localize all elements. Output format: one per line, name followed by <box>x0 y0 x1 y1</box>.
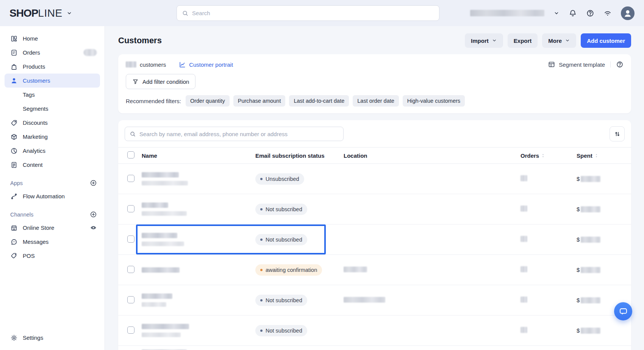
global-search[interactable] <box>177 5 439 21</box>
table-row[interactable]: Not subscribed$ <box>118 224 631 255</box>
wifi-icon[interactable] <box>603 9 612 17</box>
sidebar-item-home[interactable]: Home <box>5 31 100 46</box>
more-button[interactable]: More <box>542 33 576 48</box>
eye-icon[interactable] <box>90 224 97 231</box>
avatar[interactable] <box>621 6 635 20</box>
column-header-spent[interactable]: Spent <box>577 152 622 159</box>
table-search-input[interactable] <box>139 131 339 137</box>
sidebar-item-settings[interactable]: Settings <box>5 331 100 345</box>
sidebar-section-label: Apps <box>10 180 23 186</box>
row-checkbox[interactable] <box>127 266 134 273</box>
table-search[interactable] <box>125 127 344 141</box>
row-checkbox[interactable] <box>127 235 134 243</box>
sidebar-item-label: Home <box>23 35 38 42</box>
divider <box>610 61 611 67</box>
products-icon <box>10 63 18 71</box>
sidebar-item-segments[interactable]: Segments <box>5 102 100 116</box>
sidebar: HomeOrdersProductsCustomersTagsSegmentsD… <box>0 26 105 350</box>
store-name-blurred <box>470 10 544 16</box>
email-subscription-status-badge: awaiting confirmation <box>255 264 322 276</box>
row-checkbox[interactable] <box>127 296 134 303</box>
sort-carets-icon[interactable] <box>594 153 599 158</box>
customers-count-blurred <box>126 61 136 67</box>
chat-icon <box>619 307 628 316</box>
brand-text: SHOPLINE <box>9 7 63 19</box>
customers-count: customers <box>126 61 166 68</box>
sidebar-item-online-store[interactable]: Online Store <box>5 221 100 235</box>
segment-help-icon[interactable] <box>616 61 624 68</box>
store-chevron-down-icon[interactable] <box>553 10 560 16</box>
column-header-orders[interactable]: Orders <box>521 152 577 159</box>
sidebar-item-customers[interactable]: Customers <box>5 74 100 88</box>
spent-currency: $ <box>577 327 580 334</box>
filter-chip-order-quantity[interactable]: Order quantity <box>186 95 230 107</box>
sidebar-item-orders[interactable]: Orders <box>5 46 100 60</box>
customer-name-blurred <box>142 346 255 350</box>
row-checkbox[interactable] <box>127 175 134 182</box>
customer-name-blurred <box>142 202 255 216</box>
row-checkbox[interactable] <box>127 205 134 212</box>
add-channels-button[interactable] <box>90 211 97 218</box>
filter-chip-purchase-amount[interactable]: Purchase amount <box>233 95 286 107</box>
table-row[interactable] <box>118 346 631 350</box>
status-label: awaiting confirmation <box>266 267 317 273</box>
table-row[interactable]: awaiting confirmation$ <box>118 255 631 285</box>
customer-location-blurred <box>344 297 385 303</box>
import-button[interactable]: Import <box>465 33 503 48</box>
sidebar-item-flow-automation[interactable]: Flow Automation <box>5 189 100 203</box>
segment-template-button[interactable]: Segment template <box>548 61 605 68</box>
sort-carets-icon[interactable] <box>541 153 546 158</box>
sidebar-item-content[interactable]: Content <box>5 158 100 172</box>
status-label: Not subscribed <box>266 297 302 303</box>
status-dot <box>260 299 263 301</box>
brand-logo[interactable]: SHOPLINE <box>9 7 72 19</box>
table-row[interactable]: Unsubscribed$ <box>118 164 631 194</box>
chat-bubble-button[interactable] <box>614 302 632 320</box>
table-row[interactable]: Not subscribed$ <box>118 315 631 346</box>
column-header-name: Name <box>142 152 255 159</box>
page-actions: Import Export More Add customer <box>465 33 631 48</box>
table-row[interactable]: Not subscribed$ <box>118 194 631 224</box>
add-customer-button[interactable]: Add customer <box>581 33 631 48</box>
customer-portrait-link[interactable]: Customer portrait <box>179 61 233 68</box>
export-button[interactable]: Export <box>508 33 538 48</box>
analytics-icon <box>10 147 18 155</box>
sidebar-item-label: POS <box>23 253 35 259</box>
table-header: Name Email subscription status Location … <box>118 147 631 164</box>
sidebar-item-tags[interactable]: Tags <box>5 88 100 102</box>
orders-count-blurred <box>521 206 527 212</box>
sidebar-item-discounts[interactable]: Discounts <box>5 116 100 130</box>
bell-icon[interactable] <box>569 9 577 17</box>
spent-amount-blurred <box>581 237 600 243</box>
status-dot <box>260 269 263 271</box>
sidebar-item-label: Messages <box>23 239 48 245</box>
add-filter-condition-button[interactable]: Add filter condition <box>126 74 195 89</box>
sidebar-item-label: Segments <box>23 105 48 112</box>
sidebar-item-analytics[interactable]: Analytics <box>5 144 100 158</box>
global-search-input[interactable] <box>192 10 434 16</box>
sidebar-nav: HomeOrdersProductsCustomersTagsSegmentsD… <box>0 31 105 263</box>
filter-chip-last-order-date[interactable]: Last order date <box>353 95 399 107</box>
filter-chip-high-value-customers[interactable]: High-value customers <box>403 95 465 107</box>
table-row[interactable]: Not subscribed$ <box>118 285 631 315</box>
filter-chip-last-add-to-cart-date[interactable]: Last add-to-cart date <box>289 95 349 107</box>
avatar-icon <box>622 8 633 19</box>
sidebar-item-products[interactable]: Products <box>5 60 100 74</box>
add-apps-button[interactable] <box>90 179 97 187</box>
sidebar-item-marketing[interactable]: Marketing <box>5 130 100 144</box>
customer-name-blurred <box>142 172 255 185</box>
select-all-checkbox[interactable] <box>127 151 134 159</box>
chevron-down-icon[interactable] <box>66 10 72 16</box>
chevron-down-icon <box>492 38 497 43</box>
help-icon[interactable] <box>586 9 594 17</box>
spent-currency: $ <box>577 297 580 303</box>
sidebar-item-pos[interactable]: POS <box>5 249 100 263</box>
sidebar-item-label: Products <box>23 63 45 70</box>
spent-currency: $ <box>577 206 580 212</box>
sidebar-item-label: Marketing <box>23 133 48 140</box>
sort-button[interactable] <box>610 126 625 141</box>
orders-count-badge-blurred <box>83 49 97 56</box>
sidebar-item-messages[interactable]: Messages <box>5 235 100 249</box>
segment-template-icon <box>548 61 555 68</box>
row-checkbox[interactable] <box>127 326 134 334</box>
